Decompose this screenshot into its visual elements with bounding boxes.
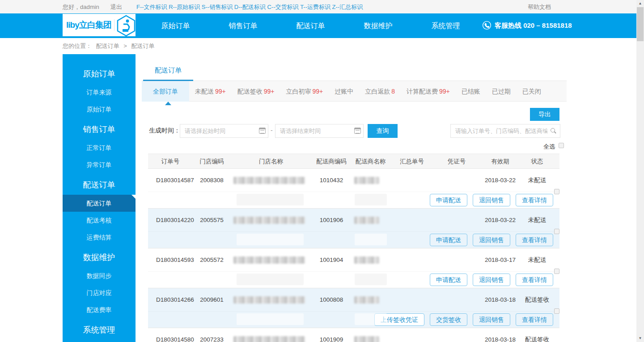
status-badge: 未配送 (521, 256, 553, 264)
col-status: 状态 (521, 154, 553, 168)
return-to-sales-button[interactable]: 退回销售 (473, 234, 510, 246)
start-time-input[interactable] (180, 124, 268, 138)
sidebar-group-original-orders[interactable]: 原始订单 (63, 64, 136, 84)
orders-table: 订单号 门店编码 门店名称 配送商编码 配送商名称 汇总单号 凭证号 有效期 状… (148, 154, 559, 342)
nav-system-management[interactable]: 系统管理 (412, 13, 479, 38)
help-doc-link[interactable]: 帮助文档 (528, 3, 551, 11)
sidebar-group-delivery-orders[interactable]: 配送订单 (63, 175, 136, 195)
redacted-ghost (237, 313, 304, 325)
main-nav: 原始订单 销售订单 配送订单 数据维护 系统管理 (142, 13, 479, 38)
breadcrumb-section[interactable]: 配送订单 (96, 43, 119, 49)
cell-valid-until: 2018-03-18 (479, 336, 521, 342)
query-button[interactable]: 查询 (368, 124, 398, 138)
cell-order-no: D1803014587 (148, 177, 193, 184)
export-button[interactable]: 导出 (530, 108, 559, 121)
scrollbar-thumb[interactable] (637, 7, 644, 41)
store-name-redacted (233, 217, 305, 224)
cell-order-no: D1803014266 (148, 296, 193, 303)
return-to-sales-button[interactable]: 退回销售 (473, 194, 510, 206)
apply-delivery-button[interactable]: 申请配送 (430, 234, 467, 246)
table-row: D1803014587 2008308 1010432 2018-03-22 未… (148, 169, 559, 209)
subtab-liby-first-review[interactable]: 立白初审99+ (280, 81, 329, 102)
end-time-input[interactable] (275, 124, 364, 138)
subtab-liby-refund[interactable]: 立白返款8 (359, 81, 401, 102)
sidebar-item-delivery-orders[interactable]: 配送订单 (63, 195, 136, 212)
cell-valid-until: 2018-03-18 (479, 296, 521, 303)
sidebar-group-data-maintenance[interactable]: 数据维护 (63, 248, 136, 267)
view-details-button[interactable]: 查看详情 (516, 234, 553, 246)
cell-store-code: 2009601 (193, 296, 231, 303)
col-summary-no: 汇总单号 (390, 154, 434, 168)
cell-store-code: 2008308 (193, 177, 231, 184)
select-all-row: 全选 (142, 138, 567, 154)
subtab-delivery-signed[interactable]: 配送签收99+ (232, 81, 280, 102)
store-name-redacted (233, 177, 305, 184)
app-header: liby立白集团 原始订单 销售订单 配送订单 数据维护 系统管理 (0, 13, 636, 38)
sidebar-item-delivery-assessment[interactable]: 配送考核 (63, 212, 136, 229)
tab-delivery-orders[interactable]: 配送订单 (143, 60, 193, 81)
scroll-down-arrow[interactable]: ▼ (636, 335, 644, 342)
nav-data-maintenance[interactable]: 数据维护 (344, 13, 412, 38)
sidebar-group-system-management[interactable]: 系统管理 (63, 320, 136, 340)
logo[interactable]: liby立白集团 (63, 14, 136, 36)
sidebar: 原始订单 订单来源 原始订单 销售订单 正常订单 异常订单 配送订单 配送订单 … (63, 54, 136, 342)
filter-row: 生成时间： - 查询 (142, 124, 567, 138)
apply-delivery-button[interactable]: 申请配送 (430, 274, 467, 286)
subtab-undelivered[interactable]: 未配送99+ (189, 81, 232, 102)
status-badge: 配送签收 (521, 336, 553, 342)
redacted-ghost (355, 194, 387, 205)
delivery-sign-button[interactable]: 交货签收 (430, 313, 467, 326)
col-valid-until: 有效期 (479, 154, 521, 168)
view-details-button[interactable]: 查看详情 (516, 313, 553, 326)
sidebar-item-delivery-rate[interactable]: 配送费率 (63, 301, 136, 318)
sidebar-item-store-mapping[interactable]: 门店对应 (63, 284, 136, 301)
scroll-up-arrow[interactable]: ▲ (636, 0, 644, 7)
count-badge: 8 (391, 88, 395, 95)
page-scrollbar: ▲ ▼ (636, 0, 644, 342)
flag-legend: F--文件标识 R--原始标识 S--销售标识 D--配送标识 C--交货标识 … (136, 3, 363, 11)
sidebar-group-sales-orders[interactable]: 销售订单 (63, 120, 136, 139)
select-all-checkbox[interactable] (559, 143, 564, 148)
store-name-redacted (233, 336, 305, 342)
nav-sales-orders[interactable]: 销售订单 (209, 13, 277, 38)
breadcrumb: 您的位置： 配送订单 > 配送订单 (0, 38, 636, 54)
subtab-closed[interactable]: 已关闭 (517, 81, 547, 102)
sidebar-item-data-sync[interactable]: 数据同步 (63, 267, 136, 284)
sidebar-item-abnormal-orders[interactable]: 异常订单 (63, 156, 136, 173)
nav-delivery-orders[interactable]: 配送订单 (277, 13, 344, 38)
main-content: 配送订单 全部订单 未配送99+ 配送签收99+ 立白初审99+ 过账中 立白返… (136, 54, 636, 342)
view-details-button[interactable]: 查看详情 (516, 274, 553, 286)
keyword-search-input[interactable] (450, 124, 560, 138)
calendar-icon[interactable] (354, 128, 361, 134)
breadcrumb-page[interactable]: 配送订单 (131, 43, 154, 49)
subtab-expired[interactable]: 已过期 (486, 81, 517, 102)
redacted-ghost (355, 274, 387, 285)
apply-delivery-button[interactable]: 申请配送 (430, 194, 467, 206)
logo-text: liby立白集团 (66, 19, 114, 31)
subtab-posting[interactable]: 过账中 (329, 81, 359, 102)
return-to-sales-button[interactable]: 退回销售 (473, 313, 510, 326)
return-to-sales-button[interactable]: 退回销售 (473, 274, 510, 286)
sidebar-item-freight-settlement[interactable]: 运费结算 (63, 229, 136, 246)
date-range-separator: - (271, 127, 273, 134)
status-badge: 配送签收 (521, 296, 553, 304)
subtab-all-orders[interactable]: 全部订单 (142, 81, 189, 102)
sidebar-item-original-orders[interactable]: 原始订单 (63, 101, 136, 118)
col-distributor-code: 配送商编码 (311, 154, 352, 168)
cell-order-no: D1803014220 (148, 217, 193, 223)
sidebar-item-normal-orders[interactable]: 正常订单 (63, 139, 136, 156)
calendar-icon[interactable] (259, 128, 266, 134)
search-icon[interactable] (551, 128, 556, 134)
sidebar-item-order-source[interactable]: 订单来源 (63, 84, 136, 101)
cell-distributor-code: 1001906 (311, 217, 352, 223)
subtab-calc-delivery-fee[interactable]: 计算配送费99+ (401, 81, 456, 102)
toolbar: 导出 (142, 102, 567, 124)
cell-distributor-code: 1001909 (311, 336, 352, 342)
view-details-button[interactable]: 查看详情 (516, 194, 553, 206)
nav-original-orders[interactable]: 原始订单 (142, 13, 209, 38)
select-all-label: 全选 (543, 143, 555, 151)
subtab-settled[interactable]: 已结账 (456, 81, 486, 102)
col-distributor-name: 配送商名称 (352, 154, 390, 168)
logout-link[interactable]: 退出 (110, 3, 122, 11)
breadcrumb-separator: > (123, 43, 127, 49)
